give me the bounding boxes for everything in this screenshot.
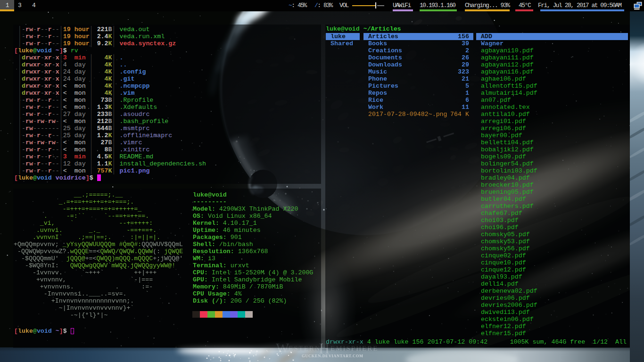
svg-text:GUCKEN.DEVIANTART.COM: GUCKEN.DEVIANTART.COM	[302, 354, 363, 358]
